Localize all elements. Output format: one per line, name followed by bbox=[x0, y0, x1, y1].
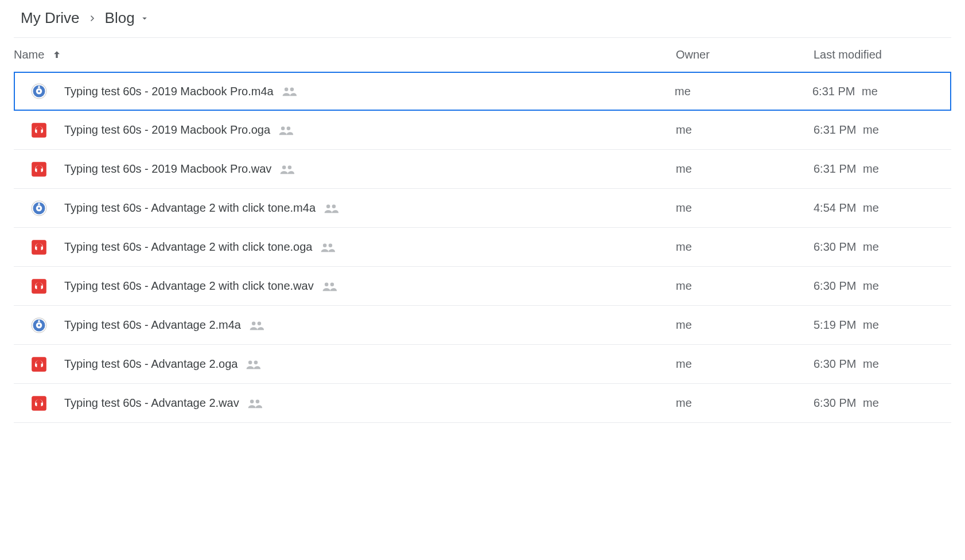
breadcrumb-current[interactable]: Blog bbox=[103, 9, 152, 27]
shared-icon bbox=[282, 86, 297, 96]
file-owner: me bbox=[676, 318, 814, 332]
file-row[interactable]: Typing test 60s - Advantage 2 with click… bbox=[14, 228, 951, 267]
file-row[interactable]: Typing test 60s - Advantage 2.wavme6:30 … bbox=[14, 384, 951, 423]
svg-point-4 bbox=[285, 88, 289, 92]
column-header-modified-label: Last modified bbox=[814, 48, 882, 61]
file-modified-time: 6:30 PM bbox=[814, 240, 856, 253]
file-owner: me bbox=[676, 279, 814, 293]
m4a-file-icon bbox=[31, 83, 47, 99]
file-owner: me bbox=[676, 201, 814, 215]
breadcrumb-root[interactable]: My Drive bbox=[18, 9, 82, 27]
file-name: Typing test 60s - 2019 Macbook Pro.wav bbox=[64, 162, 271, 176]
file-name-cell: Typing test 60s - 2019 Macbook Pro.m4a bbox=[15, 83, 675, 99]
drive-view: My Drive Blog Name Owner Last modified T… bbox=[0, 0, 965, 437]
file-modified: 6:30 PM me bbox=[814, 357, 951, 371]
svg-point-23 bbox=[330, 282, 334, 286]
file-modified-by: me bbox=[863, 201, 879, 214]
file-modified-time: 6:31 PM bbox=[812, 85, 855, 98]
file-list: Typing test 60s - 2019 Macbook Pro.m4ame… bbox=[14, 72, 951, 423]
column-header-row: Name Owner Last modified bbox=[14, 38, 951, 72]
audio-file-icon bbox=[31, 278, 47, 294]
m4a-file-icon bbox=[31, 317, 47, 333]
audio-file-icon bbox=[31, 122, 47, 138]
chevron-right-icon bbox=[82, 14, 103, 23]
shared-icon bbox=[247, 398, 262, 409]
shared-icon bbox=[278, 125, 293, 135]
column-header-owner[interactable]: Owner bbox=[676, 48, 814, 61]
file-modified-time: 6:30 PM bbox=[814, 396, 856, 409]
file-row[interactable]: Typing test 60s - 2019 Macbook Pro.wavme… bbox=[14, 150, 951, 189]
column-header-name[interactable]: Name bbox=[14, 48, 676, 61]
file-name-cell: Typing test 60s - Advantage 2.wav bbox=[14, 395, 676, 411]
file-row[interactable]: Typing test 60s - Advantage 2 with click… bbox=[14, 189, 951, 228]
file-modified-time: 6:31 PM bbox=[814, 123, 856, 136]
file-modified: 6:31 PM me bbox=[812, 85, 950, 98]
file-modified-time: 6:31 PM bbox=[814, 162, 856, 175]
file-modified-by: me bbox=[863, 396, 879, 409]
svg-point-35 bbox=[255, 399, 259, 403]
file-owner: me bbox=[676, 123, 814, 137]
file-owner: me bbox=[676, 396, 814, 410]
file-modified-time: 6:30 PM bbox=[814, 357, 856, 370]
column-header-name-label: Name bbox=[14, 48, 44, 61]
svg-point-34 bbox=[250, 399, 254, 403]
caret-down-icon bbox=[135, 13, 150, 24]
file-modified: 6:31 PM me bbox=[814, 162, 951, 176]
file-row[interactable]: Typing test 60s - Advantage 2 with click… bbox=[14, 267, 951, 306]
file-name: Typing test 60s - Advantage 2.oga bbox=[64, 357, 238, 371]
file-name: Typing test 60s - Advantage 2.m4a bbox=[64, 318, 241, 332]
svg-point-28 bbox=[252, 321, 256, 325]
file-row[interactable]: Typing test 60s - Advantage 2.ogame6:30 … bbox=[14, 345, 951, 384]
file-modified: 6:30 PM me bbox=[814, 396, 951, 410]
svg-point-22 bbox=[325, 282, 329, 286]
file-owner: me bbox=[676, 162, 814, 176]
file-modified-by: me bbox=[863, 318, 879, 331]
shared-icon bbox=[279, 164, 294, 174]
file-row[interactable]: Typing test 60s - 2019 Macbook Pro.ogame… bbox=[14, 111, 951, 150]
file-name-cell: Typing test 60s - Advantage 2 with click… bbox=[14, 278, 676, 294]
file-row[interactable]: Typing test 60s - 2019 Macbook Pro.m4ame… bbox=[14, 72, 951, 111]
svg-point-17 bbox=[332, 204, 336, 208]
file-modified-by: me bbox=[863, 279, 879, 292]
file-name-cell: Typing test 60s - Advantage 2.m4a bbox=[14, 317, 676, 333]
audio-file-icon bbox=[31, 395, 47, 411]
file-owner: me bbox=[676, 240, 814, 254]
file-name: Typing test 60s - 2019 Macbook Pro.m4a bbox=[64, 85, 274, 98]
file-modified-by: me bbox=[863, 123, 879, 136]
arrow-up-icon bbox=[51, 49, 63, 61]
file-name: Typing test 60s - Advantage 2 with click… bbox=[64, 201, 316, 215]
svg-point-29 bbox=[258, 321, 262, 325]
file-modified: 4:54 PM me bbox=[814, 201, 951, 215]
file-modified: 5:19 PM me bbox=[814, 318, 951, 332]
column-header-owner-label: Owner bbox=[676, 48, 710, 61]
shared-icon bbox=[249, 320, 264, 330]
svg-rect-18 bbox=[32, 240, 46, 255]
svg-rect-30 bbox=[32, 357, 46, 372]
file-modified: 6:30 PM me bbox=[814, 279, 951, 293]
file-modified-by: me bbox=[863, 162, 879, 175]
shared-icon bbox=[322, 281, 337, 291]
file-name: Typing test 60s - Advantage 2 with click… bbox=[64, 240, 312, 254]
svg-point-8 bbox=[287, 126, 291, 130]
m4a-file-icon bbox=[31, 200, 47, 216]
svg-point-16 bbox=[326, 204, 330, 208]
shared-icon bbox=[324, 203, 338, 213]
file-name-cell: Typing test 60s - 2019 Macbook Pro.oga bbox=[14, 122, 676, 138]
svg-rect-21 bbox=[32, 279, 46, 294]
file-row[interactable]: Typing test 60s - Advantage 2.m4ame5:19 … bbox=[14, 306, 951, 345]
column-header-modified[interactable]: Last modified bbox=[814, 48, 951, 61]
svg-point-11 bbox=[288, 165, 292, 169]
svg-point-15 bbox=[38, 207, 40, 209]
file-modified: 6:31 PM me bbox=[814, 123, 951, 137]
file-owner: me bbox=[676, 357, 814, 371]
svg-point-10 bbox=[282, 165, 286, 169]
file-name: Typing test 60s - Advantage 2 with click… bbox=[64, 279, 314, 293]
shared-icon bbox=[320, 242, 335, 252]
file-name: Typing test 60s - 2019 Macbook Pro.oga bbox=[64, 123, 270, 137]
file-modified-time: 6:30 PM bbox=[814, 279, 856, 292]
audio-file-icon bbox=[31, 356, 47, 372]
file-modified-time: 5:19 PM bbox=[814, 318, 856, 331]
audio-file-icon bbox=[31, 239, 47, 255]
svg-point-5 bbox=[290, 88, 294, 92]
svg-point-3 bbox=[38, 90, 40, 92]
